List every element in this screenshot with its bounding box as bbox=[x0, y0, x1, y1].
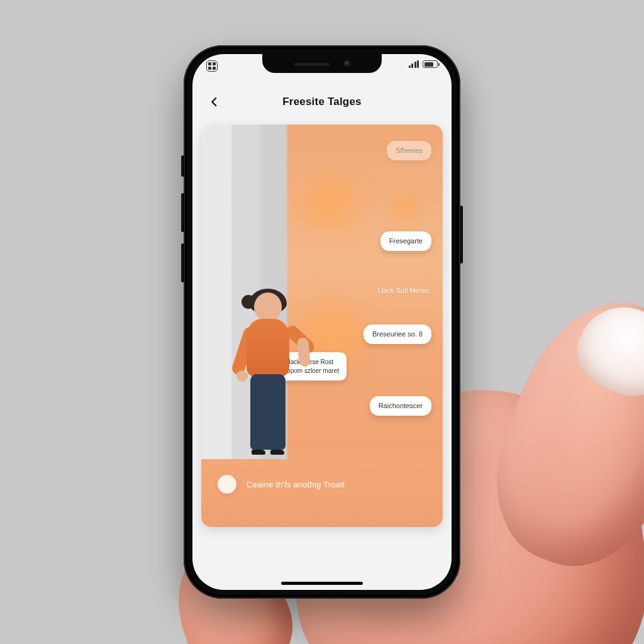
earpiece-speaker bbox=[294, 62, 330, 66]
mute-switch[interactable] bbox=[181, 155, 184, 177]
chevron-left-icon bbox=[209, 96, 220, 108]
chat-bubble-text: Fresegarte bbox=[389, 237, 423, 245]
glow-decoration bbox=[386, 187, 424, 225]
phone-screen: Freesite Talges Sfhenies Fresegarte Llac… bbox=[192, 54, 452, 590]
volume-down-button[interactable] bbox=[181, 243, 184, 282]
content-area: Sfhenies Fresegarte Llack Sufi Meres Bre… bbox=[192, 119, 452, 590]
chat-bubble-received[interactable]: Raichontescer bbox=[370, 396, 431, 416]
front-camera bbox=[344, 60, 351, 67]
phone-frame: Freesite Talges Sfhenies Fresegarte Llac… bbox=[184, 45, 460, 599]
chat-bubble-received[interactable]: Breseuriee so. 8 bbox=[364, 325, 431, 344]
battery-icon bbox=[423, 60, 438, 68]
cellular-signal-icon bbox=[409, 60, 419, 68]
chat-bubble-received[interactable]: Fresegarte bbox=[380, 231, 431, 251]
person-illustration bbox=[233, 292, 302, 459]
compose-placeholder: Ceaine th'fs anothig Troalt bbox=[247, 480, 345, 489]
chat-caption: Llack Sufi Meres bbox=[378, 287, 429, 294]
notch bbox=[262, 54, 382, 73]
chat-bubble-text: Raichontescer bbox=[379, 402, 423, 409]
chat-pill-suggestion[interactable]: Sfhenies bbox=[387, 141, 431, 160]
power-button[interactable] bbox=[460, 206, 463, 264]
chat-pill-label: Sfhenies bbox=[396, 147, 423, 154]
navigation-bar: Freesite Talges bbox=[192, 84, 452, 119]
home-indicator[interactable] bbox=[281, 582, 363, 585]
conversation-card: Sfhenies Fresegarte Llack Sufi Meres Bre… bbox=[201, 125, 443, 527]
page-title: Freesite Talges bbox=[282, 96, 362, 108]
back-button[interactable] bbox=[204, 91, 225, 113]
glow-decoration bbox=[289, 162, 372, 245]
compose-bar[interactable]: Ceaine th'fs anothig Troalt bbox=[201, 459, 443, 527]
compose-action-icon[interactable] bbox=[218, 475, 236, 494]
app-grid-icon bbox=[206, 60, 218, 72]
volume-up-button[interactable] bbox=[181, 193, 184, 232]
chat-bubble-text: Breseuriee so. 8 bbox=[372, 330, 423, 338]
